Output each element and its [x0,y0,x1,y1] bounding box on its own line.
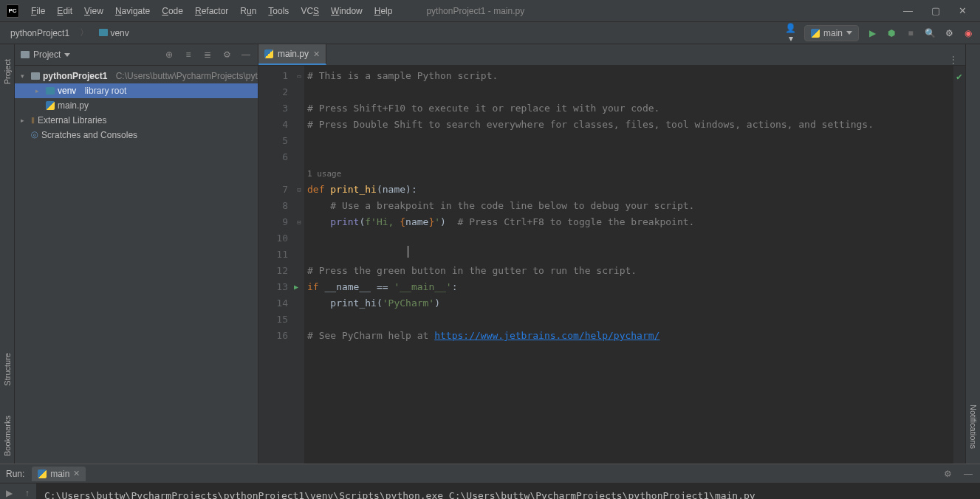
tabs-more-icon[interactable]: ⋮ [942,55,965,65]
run-tab[interactable]: main ✕ [32,467,86,481]
menu-bar: File Edit View Navigate Code Refactor Ru… [27,4,397,18]
folder-icon [46,87,55,94]
project-panel-title[interactable]: Project [21,49,70,60]
settings-icon[interactable]: ⚙ [943,28,955,38]
tree-scratches[interactable]: ⦾ Scratches and Consoles [15,128,258,142]
expand-all-icon[interactable]: ≡ [182,49,194,60]
menu-view[interactable]: View [80,4,108,18]
menu-vcs[interactable]: VCS [296,4,323,18]
breadcrumb-item[interactable]: venv [95,27,134,40]
run-output[interactable]: C:\Users\buttw\PycharmProjects\pythonPro… [37,483,980,499]
chevron-down-icon [64,53,70,57]
menu-tools[interactable]: Tools [264,4,293,18]
fold-gutter[interactable]: ▭ ⊟⊟ [294,66,304,464]
menu-run[interactable]: Run [236,4,261,18]
minimize-button[interactable]: — [903,5,913,16]
python-icon [811,29,820,38]
menu-refactor[interactable]: Refactor [191,4,233,18]
menu-navigate[interactable]: Navigate [111,4,154,18]
tree-venv[interactable]: ▸ venv library root [15,83,258,98]
tab-label: main.py [278,49,309,59]
close-button[interactable]: ✕ [959,5,967,16]
menu-file[interactable]: File [27,4,49,18]
check-icon: ✔ [956,69,962,85]
close-run-tab-icon[interactable]: ✕ [73,469,80,478]
run-config-selector[interactable]: main [804,25,859,41]
run-panel-label: Run: [6,469,24,479]
tree-file-main[interactable]: main.py [15,98,258,113]
up-icon[interactable]: ↑ [25,488,30,498]
folder-icon [99,29,108,36]
hide-panel-icon[interactable]: — [240,49,252,60]
window-title: pythonProject1 - main.py [426,6,524,16]
folder-icon [31,72,40,80]
menu-edit[interactable]: Edit [52,4,77,18]
tree-external-libs[interactable]: ▸⦀ External Libraries [15,113,258,128]
menu-help[interactable]: Help [370,4,397,18]
python-icon [38,469,47,478]
rerun-icon[interactable]: ▶ [6,488,13,498]
text-caret [408,246,408,258]
settings-icon[interactable]: ⚙ [221,49,233,60]
jetbrains-icon[interactable]: ◉ [962,28,974,38]
run-button[interactable]: ▶ [866,28,878,38]
line-gutter[interactable]: 123456 789101112 13▶ 141516 [258,66,294,464]
close-tab-icon[interactable]: ✕ [313,49,320,59]
breadcrumb-sep: 〉 [75,25,93,41]
sidebar-project-tab[interactable]: Project [3,59,12,84]
python-icon [264,49,273,58]
select-opened-file-icon[interactable]: ⊕ [163,49,175,60]
sidebar-notifications-tab[interactable]: Notifications [969,405,978,449]
sidebar-structure-tab[interactable]: Structure [3,353,12,386]
run-config-label: main [823,28,843,38]
run-line-icon[interactable]: ▶ [294,279,298,295]
debug-button[interactable]: ⬢ [885,28,897,38]
collapse-all-icon[interactable]: ≣ [202,49,213,60]
stop-button[interactable]: ■ [905,28,916,38]
add-user-icon[interactable]: 👤▾ [785,23,797,44]
python-icon [46,101,55,110]
run-settings-icon[interactable]: ⚙ [942,469,953,479]
inspection-gutter[interactable]: ✔ [953,66,965,464]
hide-run-icon[interactable]: — [962,469,974,479]
folder-icon [21,51,30,58]
sidebar-bookmarks-tab[interactable]: Bookmarks [3,416,12,456]
app-logo: PC [6,4,19,18]
menu-code[interactable]: Code [157,4,188,18]
editor-tab-main[interactable]: main.py ✕ [258,44,326,65]
menu-window[interactable]: Window [326,4,367,18]
breadcrumb-root[interactable]: pythonProject1 [6,27,74,40]
tree-root[interactable]: ▾ pythonProject1 C:\Users\buttw\PycharmP… [15,69,258,83]
search-icon[interactable]: 🔍 [924,28,936,38]
maximize-button[interactable]: ▢ [931,5,940,16]
code-editor[interactable]: # This is a sample Python script. # Pres… [304,66,953,464]
chevron-down-icon [846,31,852,35]
